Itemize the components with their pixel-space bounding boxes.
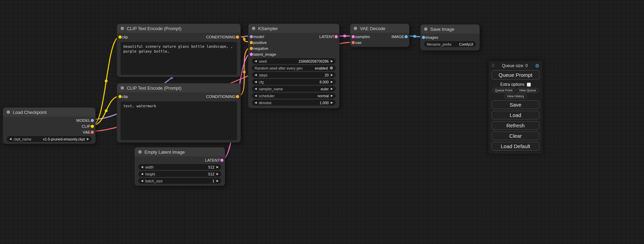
decrement-arrow-icon[interactable]: ◀ [255,94,257,97]
node-empty-latent-image[interactable]: Empty Latent Image LATENT ◀ width 512 ▶ … [134,147,225,186]
increment-arrow-icon[interactable]: ▶ [331,80,333,83]
decrement-arrow-icon[interactable]: ◀ [141,172,143,175]
output-label-vae: VAE [83,130,90,134]
batch-size-widget[interactable]: ◀ batch_size 1 ▶ [138,178,221,184]
view-queue-button[interactable]: View Queue [516,88,539,93]
collapse-dot-icon[interactable] [138,150,142,154]
prompt-text-area[interactable]: text, watermark [121,101,237,140]
decrement-arrow-icon[interactable]: ◀ [141,165,143,169]
link-midpoint-dot-samples[interactable] [343,35,346,37]
increment-arrow-icon[interactable]: ▶ [87,137,89,141]
decrement-arrow-icon[interactable]: ◀ [255,73,257,76]
increment-arrow-icon[interactable]: ▶ [331,101,333,104]
node-vae-decode[interactable]: VAE Decode samples IMAGE vae [350,24,409,47]
node-title-bar[interactable]: CLIP Text Encode (Prompt) [117,24,240,33]
output-slot-conditioning[interactable] [236,36,239,39]
width-widget[interactable]: ◀ width 512 ▶ [138,164,221,170]
widget-value: enabled [305,66,328,70]
queue-controls-row: Queue Front View Queue [492,88,539,93]
toggle-indicator-icon[interactable] [330,66,333,70]
node-ksampler[interactable]: KSampler model LATENT positive negative … [248,24,339,108]
input-slot-positive[interactable] [250,41,253,44]
scheduler-widget[interactable]: ◀ scheduler normal ▶ [252,93,336,99]
node-title-bar[interactable]: VAE Decode [350,24,409,33]
collapse-dot-icon[interactable] [424,27,427,31]
input-slot-samples[interactable] [352,35,355,38]
input-slot-images[interactable] [422,36,425,39]
prompt-text-area[interactable]: beautiful scenery nature glass bottle la… [121,42,237,75]
link-midpoint-dot-clip-to-positive[interactable] [105,80,108,82]
node-title-bar[interactable]: CLIP Text Encode (Prompt) [117,83,240,92]
node-title-bar[interactable]: Load Checkpoint [3,108,95,117]
node-title-bar[interactable]: Empty Latent Image [135,147,225,156]
link-midpoint-dot-conditioning-positive[interactable] [243,38,246,41]
extra-options-checkbox[interactable] [527,83,531,87]
increment-arrow-icon[interactable]: ▶ [217,165,219,169]
random-seed-toggle-widget[interactable]: Random seed after every gen enabled [252,65,336,71]
node-title-bar[interactable]: KSampler [248,24,339,33]
collapse-dot-icon[interactable] [7,110,10,114]
collapse-dot-icon[interactable] [354,27,357,30]
height-widget[interactable]: ◀ height 512 ▶ [138,171,221,177]
cfg-widget[interactable]: ◀ cfg 8.000 ▶ [252,79,336,85]
settings-gear-icon[interactable]: ⚙ [535,63,539,69]
seed-widget[interactable]: ◀ seed 156680208700286 ▶ [252,58,336,64]
link-midpoint-dot-image[interactable] [413,35,416,38]
link-midpoint-dot-conditioning-negative[interactable] [243,71,246,73]
decrement-arrow-icon[interactable]: ◀ [255,87,257,90]
load-button[interactable]: Load [492,111,539,119]
denoise-widget[interactable]: ◀ denoise 1.000 ▶ [252,100,336,106]
slot-row-model: model LATENT [248,34,339,39]
drag-handle-icon[interactable]: ⠿ [492,63,495,68]
ckpt-name-widget[interactable]: ◀ ckpt_name v1-5-pruned-emaonly.ckpt ▶ [7,136,92,142]
node-save-image[interactable]: Save Image images filename_prefix ComfyU… [420,24,480,51]
input-slot-negative[interactable] [250,47,253,50]
increment-arrow-icon[interactable]: ▶ [217,179,219,182]
input-label-negative: negative [253,46,268,51]
node-clip-text-encode-negative[interactable]: CLIP Text Encode (Prompt) clip CONDITION… [117,83,241,143]
queue-front-button[interactable]: Queue Front [492,88,515,93]
link-midpoint-dot-clip-to-negative[interactable] [105,109,107,112]
queue-prompt-button[interactable]: Queue Prompt [492,70,539,80]
load-default-button[interactable]: Load Default [492,142,539,151]
sampler-name-widget[interactable]: ◀ sampler_name euler ▶ [252,86,336,92]
decrement-arrow-icon[interactable]: ◀ [9,137,11,141]
output-slot-latent[interactable] [220,159,223,162]
clear-button[interactable]: Clear [492,132,539,140]
increment-arrow-icon[interactable]: ▶ [331,87,333,90]
node-title-bar[interactable]: Save Image [421,25,479,34]
increment-arrow-icon[interactable]: ▶ [331,73,333,76]
output-slot-conditioning[interactable] [236,95,239,98]
workflow-canvas[interactable]: Load Checkpoint MODEL CLIP VAE ◀ ckpt_na… [0,0,644,244]
increment-arrow-icon[interactable]: ▶ [331,94,333,97]
steps-widget[interactable]: ◀ steps 20 ▶ [252,72,336,78]
input-slot-clip[interactable] [118,95,122,98]
view-history-button[interactable]: View History [504,94,527,99]
output-slot-clip[interactable] [91,125,94,128]
input-label-clip: clip [122,35,128,39]
decrement-arrow-icon[interactable]: ◀ [255,60,257,63]
output-slot-model[interactable] [91,119,94,122]
input-slot-clip[interactable] [118,36,122,39]
node-clip-text-encode-positive[interactable]: CLIP Text Encode (Prompt) clip CONDITION… [117,24,241,77]
output-slot-vae[interactable] [91,130,94,134]
output-label-image: IMAGE [391,35,404,39]
save-button[interactable]: Save [492,100,539,109]
increment-arrow-icon[interactable]: ▶ [217,172,219,175]
decrement-arrow-icon[interactable]: ◀ [255,101,257,104]
input-slot-model[interactable] [250,35,253,38]
filename-prefix-widget[interactable]: filename_prefix ComfyUI [424,41,476,47]
collapse-dot-icon[interactable] [252,27,255,30]
node-load-checkpoint[interactable]: Load Checkpoint MODEL CLIP VAE ◀ ckpt_na… [3,107,96,144]
output-slot-latent[interactable] [335,35,338,38]
refresh-button[interactable]: Refresh [492,121,539,130]
history-row: View History [492,94,539,99]
decrement-arrow-icon[interactable]: ◀ [141,179,143,182]
input-slot-latent-image[interactable] [250,53,253,56]
collapse-dot-icon[interactable] [121,27,124,30]
output-slot-image[interactable] [405,35,408,38]
collapse-dot-icon[interactable] [121,86,124,90]
decrement-arrow-icon[interactable]: ◀ [255,80,257,83]
increment-arrow-icon[interactable]: ▶ [331,60,333,63]
input-slot-vae[interactable] [352,41,355,44]
